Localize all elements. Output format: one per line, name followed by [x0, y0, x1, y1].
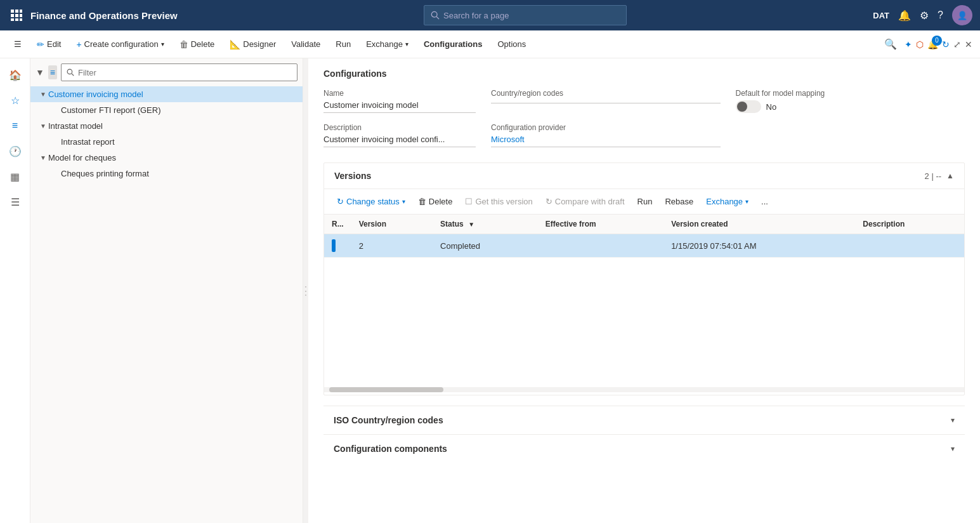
row-indicator: [332, 239, 336, 252]
badge-count: 0: [932, 36, 942, 46]
tree-item-cheques-printing[interactable]: Cheques printing format: [30, 166, 303, 182]
refresh-icon[interactable]: ↻: [942, 39, 950, 50]
tree-item-customer-fti[interactable]: Customer FTI report (GER): [30, 102, 303, 118]
tree-label: Customer invoicing model: [48, 89, 297, 99]
personalize-icon[interactable]: ✦: [905, 39, 912, 50]
version-created-cell: 1/15/2019 07:54:01 AM: [663, 234, 855, 258]
config-form: Name Customer invoicing model Country/re…: [323, 89, 965, 147]
filter-input[interactable]: [78, 68, 292, 77]
lines-icon[interactable]: ≡: [48, 65, 57, 79]
svg-rect-1: [15, 10, 18, 13]
get-this-version-button[interactable]: ☐ Get this version: [460, 194, 537, 209]
filter-icon[interactable]: ▼: [468, 221, 474, 228]
table-header-row: R... Version Status ▼ Effective from Ver…: [324, 215, 964, 234]
topbar-icons: DAT 🔔 ⚙ ? 👤: [873, 5, 972, 25]
svg-rect-0: [11, 10, 14, 13]
exchange-button[interactable]: Exchange ▾: [360, 34, 415, 55]
delete-button[interactable]: 🗑 Delete: [173, 34, 221, 55]
svg-rect-6: [11, 18, 14, 21]
create-config-button[interactable]: + Create configuration ▾: [70, 34, 170, 55]
hamburger-button[interactable]: ☰: [8, 34, 28, 55]
cmdbar-search-icon[interactable]: 🔍: [884, 38, 897, 50]
row-indicator-cell: [324, 234, 351, 258]
compare-icon: ↻: [546, 197, 552, 206]
nav-active-icon[interactable]: ≡: [4, 114, 27, 137]
col-version-created: Version created: [663, 215, 855, 234]
compare-with-draft-button[interactable]: ↻ Compare with draft: [540, 194, 630, 209]
svg-rect-4: [15, 14, 18, 17]
nav-clock-icon[interactable]: 🕐: [4, 140, 27, 162]
environment-label: DAT: [873, 11, 889, 20]
svg-rect-5: [20, 14, 22, 17]
search-input[interactable]: [443, 11, 620, 20]
versions-table: R... Version Status ▼ Effective from Ver…: [324, 215, 964, 258]
edit-button[interactable]: ✏ Edit: [30, 34, 67, 55]
versions-title: Versions: [334, 171, 925, 181]
nav-star-icon[interactable]: ☆: [4, 89, 27, 112]
delete-icon: 🗑: [180, 39, 188, 50]
iso-section[interactable]: ISO Country/region codes ▾: [323, 406, 965, 434]
versions-toolbar: ↻ Change status ▾ 🗑 Delete ☐ Get this ve…: [324, 189, 964, 215]
designer-icon: 📐: [230, 39, 240, 50]
get-version-icon: ☐: [465, 197, 473, 206]
svg-rect-3: [11, 14, 14, 17]
notification-icon[interactable]: 🔔: [898, 10, 911, 22]
configurations-button[interactable]: Configurations: [417, 34, 488, 55]
svg-line-10: [436, 17, 439, 19]
config-components-section[interactable]: Configuration components ▾: [323, 434, 965, 463]
expand-icon[interactable]: ⤢: [953, 39, 961, 50]
page-title: Configurations: [323, 69, 965, 79]
filter-icon[interactable]: ▼: [36, 67, 44, 77]
content-area: Configurations Name Customer invoicing m…: [308, 58, 980, 523]
topbar: Finance and Operations Preview DAT 🔔 ⚙ ?…: [0, 0, 980, 30]
refresh-icon: ↻: [337, 197, 344, 206]
versions-run-button[interactable]: Run: [632, 194, 658, 209]
avatar[interactable]: 👤: [952, 5, 972, 25]
tree-item-intrastat-model[interactable]: ▼ Intrastat model: [30, 118, 303, 134]
versions-delete-button[interactable]: 🗑 Delete: [413, 194, 458, 209]
app-title: Finance and Operations Preview: [30, 10, 178, 21]
chevron-down-icon: ▾: [402, 198, 405, 205]
iso-chevron-icon: ▾: [951, 416, 955, 425]
settings-icon[interactable]: ⚙: [920, 10, 929, 22]
col-description: Description: [855, 215, 964, 234]
sidebar-filter[interactable]: [61, 63, 297, 81]
scrollbar-thumb[interactable]: [329, 387, 443, 392]
tree-item-customer-invoicing-model[interactable]: ▼ Customer invoicing model: [30, 86, 303, 102]
description-cell: [855, 234, 964, 258]
description-label: Description: [323, 123, 476, 132]
rebase-button[interactable]: Rebase: [660, 194, 698, 209]
default-toggle[interactable]: [736, 100, 761, 113]
designer-button[interactable]: 📐 Designer: [223, 34, 282, 55]
tree-label: Cheques printing format: [61, 169, 297, 178]
sidebar: ▼ ≡ ▼ Customer invoicing model Customer …: [30, 58, 303, 523]
help-icon[interactable]: ?: [938, 10, 943, 21]
nav-home-icon[interactable]: 🏠: [4, 63, 27, 86]
table-empty-area: [324, 258, 964, 385]
provider-value[interactable]: Microsoft: [491, 135, 721, 147]
col-r: R...: [324, 215, 351, 234]
validate-button[interactable]: Validate: [285, 34, 327, 55]
panel-resizer[interactable]: ⋮: [303, 58, 308, 523]
table-row[interactable]: 2 Completed 1/15/2019 07:54:01 AM: [324, 234, 964, 258]
provider-field: Configuration provider Microsoft: [491, 123, 721, 147]
tree-item-intrastat-report[interactable]: Intrastat report: [30, 134, 303, 150]
horizontal-scrollbar[interactable]: [324, 387, 964, 392]
global-search[interactable]: [424, 5, 627, 25]
options-button[interactable]: Options: [491, 34, 532, 55]
versions-header[interactable]: Versions 2 | -- ▲: [324, 163, 964, 189]
office-icon[interactable]: ⬡: [916, 39, 924, 50]
svg-point-9: [431, 11, 437, 17]
country-value: [491, 100, 721, 103]
nav-list-icon[interactable]: ☰: [4, 190, 27, 213]
tree-item-model-cheques[interactable]: ▼ Model for cheques: [30, 150, 303, 166]
run-button[interactable]: Run: [329, 34, 357, 55]
change-status-button[interactable]: ↻ Change status ▾: [332, 194, 410, 209]
config-components-chevron-icon: ▾: [951, 444, 955, 453]
more-button[interactable]: ...: [756, 194, 773, 209]
waffle-menu[interactable]: [8, 6, 25, 24]
nav-table-icon[interactable]: ▦: [4, 165, 27, 188]
close-icon[interactable]: ✕: [965, 39, 972, 50]
name-field: Name Customer invoicing model: [323, 89, 476, 113]
versions-exchange-button[interactable]: Exchange ▾: [701, 194, 754, 209]
